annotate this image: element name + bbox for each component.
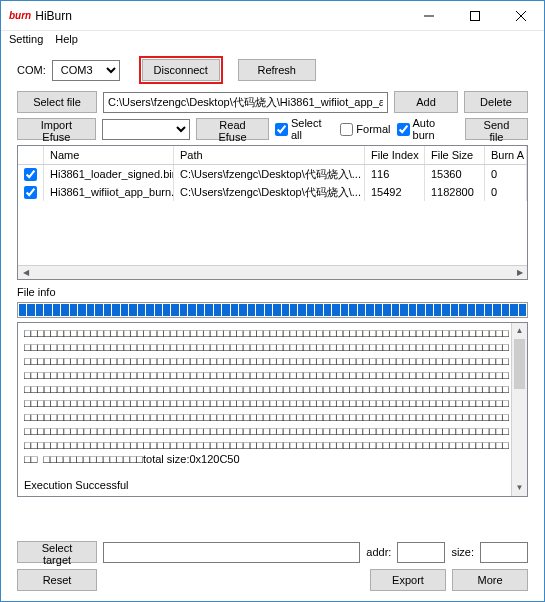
log-exec-status: Execution Successful xyxy=(24,479,129,491)
minimize-button[interactable] xyxy=(406,1,452,31)
log-output[interactable]: □□□□□□□□□□□□□□□□□□□□□□□□□□□□□□□□□□□□□□□□… xyxy=(17,322,528,497)
scroll-right-icon[interactable]: ▶ xyxy=(512,266,527,279)
addr-label: addr: xyxy=(366,546,391,558)
size-input[interactable] xyxy=(480,542,528,563)
add-button[interactable]: Add xyxy=(394,91,458,113)
col-file-index[interactable]: File Index xyxy=(365,146,425,164)
col-path[interactable]: Path xyxy=(174,146,365,164)
send-file-button[interactable]: Send file xyxy=(465,118,528,140)
disconnect-button[interactable]: Disconnect xyxy=(142,59,220,81)
com-label: COM: xyxy=(17,64,46,76)
file-table: Name Path File Index File Size Burn A Hi… xyxy=(17,145,528,280)
select-all-checkbox[interactable]: Select all xyxy=(275,117,334,141)
refresh-button[interactable]: Refresh xyxy=(238,59,316,81)
file-info-label: File info xyxy=(17,286,528,298)
auto-burn-checkbox[interactable]: Auto burn xyxy=(397,117,459,141)
svg-rect-1 xyxy=(471,11,480,20)
row-checkbox[interactable] xyxy=(24,168,37,181)
col-file-size[interactable]: File Size xyxy=(425,146,485,164)
scroll-thumb[interactable] xyxy=(514,339,525,389)
log-total-size: □□□□□□□□□□□□□□□total size:0x120C50 xyxy=(43,453,239,465)
reset-button[interactable]: Reset xyxy=(17,569,97,591)
formal-checkbox[interactable]: Formal xyxy=(340,123,390,136)
row-checkbox[interactable] xyxy=(24,186,37,199)
addr-input[interactable] xyxy=(397,542,445,563)
maximize-button[interactable] xyxy=(452,1,498,31)
com-select[interactable]: COM3 xyxy=(52,60,120,81)
col-burn-addr[interactable]: Burn A xyxy=(485,146,527,164)
more-button[interactable]: More xyxy=(452,569,528,591)
delete-button[interactable]: Delete xyxy=(464,91,528,113)
file-path-input[interactable] xyxy=(103,92,388,113)
efuse-select[interactable] xyxy=(102,119,190,140)
progress-bar xyxy=(17,302,528,318)
v-scrollbar[interactable]: ▲ ▼ xyxy=(511,323,527,496)
size-label: size: xyxy=(451,546,474,558)
window-title: HiBurn xyxy=(35,9,72,23)
menu-setting[interactable]: Setting xyxy=(9,33,43,45)
export-button[interactable]: Export xyxy=(370,569,446,591)
read-efuse-button[interactable]: Read Efuse xyxy=(196,118,269,140)
select-target-button[interactable]: Select target xyxy=(17,541,97,563)
close-button[interactable] xyxy=(498,1,544,31)
table-row[interactable]: Hi3861_loader_signed.bin C:\Users\fzengc… xyxy=(18,165,527,183)
menu-help[interactable]: Help xyxy=(55,33,78,45)
table-header: Name Path File Index File Size Burn A xyxy=(18,146,527,165)
select-file-button[interactable]: Select file xyxy=(17,91,97,113)
target-input[interactable] xyxy=(103,542,360,563)
log-separator: ========================================… xyxy=(24,493,307,497)
import-efuse-button[interactable]: Import Efuse xyxy=(17,118,96,140)
log-blocks: □□□□□□□□□□□□□□□□□□□□□□□□□□□□□□□□□□□□□□□□… xyxy=(24,327,509,465)
app-icon: burn xyxy=(9,10,31,21)
scroll-down-icon[interactable]: ▼ xyxy=(512,480,527,496)
menubar: Setting Help xyxy=(1,31,544,49)
col-name[interactable]: Name xyxy=(44,146,174,164)
table-row[interactable]: Hi3861_wifiiot_app_burn... C:\Users\fzen… xyxy=(18,183,527,201)
scroll-left-icon[interactable]: ◀ xyxy=(18,266,33,279)
titlebar: burn HiBurn xyxy=(1,1,544,31)
h-scrollbar[interactable]: ◀ ▶ xyxy=(18,265,527,279)
scroll-up-icon[interactable]: ▲ xyxy=(512,323,527,339)
